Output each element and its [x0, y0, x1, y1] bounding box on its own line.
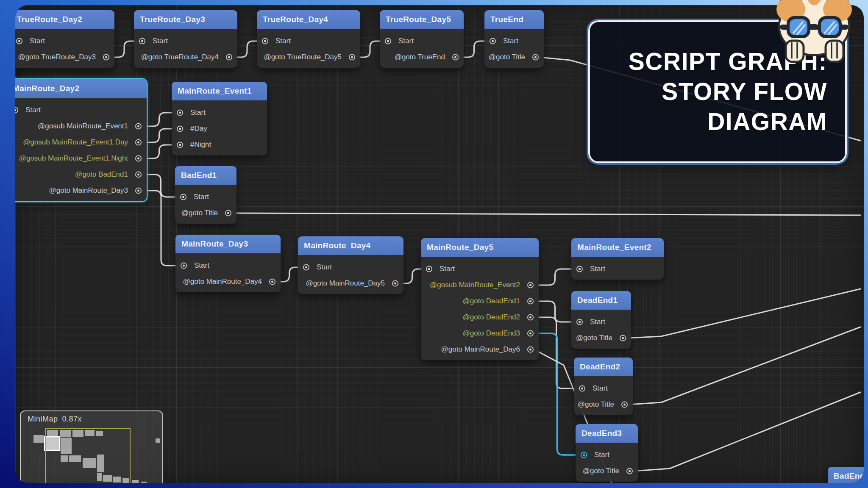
port-label: @gosub MainRoute_Event2	[430, 281, 520, 289]
input-port-icon[interactable]	[177, 126, 183, 132]
input-port-icon[interactable]	[579, 385, 585, 392]
node-MainRoute_Event1[interactable]: MainRoute_Event1Start#Day#Night	[172, 82, 267, 155]
node-TrueRoute_Day2[interactable]: TrueRoute_Day2Start@goto TrueRoute_Day3	[15, 10, 114, 68]
output-port-icon[interactable]	[135, 123, 142, 130]
port-label: @goto DeadEnd2	[463, 313, 520, 321]
port-label: Start	[194, 193, 209, 201]
node-port-rows: Start@goto TrueEnd	[380, 29, 464, 68]
port-label: Start	[30, 37, 45, 45]
input-port-icon[interactable]	[177, 110, 183, 116]
port-label: @goto MainRoute_Day4	[183, 277, 262, 286]
edge-wire[interactable]	[633, 392, 860, 471]
output-port-icon[interactable]	[527, 298, 534, 305]
minimap-node-block	[61, 455, 68, 462]
port-row: Start	[134, 33, 237, 49]
node-title: BadEnd1	[175, 166, 236, 185]
edge-wire[interactable]	[232, 213, 860, 215]
input-port-icon[interactable]	[303, 264, 309, 271]
input-port-icon[interactable]	[181, 263, 187, 269]
node-port-rows: Start@gosub MainRoute_Event2@goto DeadEn…	[421, 257, 539, 360]
port-row: @goto BadEnd1	[15, 166, 147, 183]
minimap-node-block	[132, 480, 139, 483]
node-MainRoute_Day5[interactable]: MainRoute_Day5Start@gosub MainRoute_Even…	[421, 238, 539, 360]
title-overlay: SCRIPT GRAPH: STORY FLOW DIAGRAM	[588, 20, 847, 163]
input-port-icon[interactable]	[385, 38, 391, 44]
edge-wire[interactable]	[534, 333, 580, 455]
node-MainRoute_Day3[interactable]: MainRoute_Day3Start@goto MainRoute_Day4	[175, 235, 281, 292]
port-row: Start	[484, 33, 544, 49]
minimap-selected-node-block	[45, 437, 60, 450]
minimap-node-block	[83, 458, 96, 468]
node-TrueRoute_Day3[interactable]: TrueRoute_Day3Start@goto TrueRoute_Day4	[134, 10, 237, 68]
input-port-icon[interactable]	[426, 266, 432, 272]
output-port-icon[interactable]	[349, 54, 355, 61]
output-port-icon[interactable]	[621, 402, 628, 408]
edge-wire[interactable]	[628, 327, 860, 405]
node-DeadEnd3[interactable]: DeadEnd3Start@goto Title	[576, 424, 638, 482]
node-BadEnd2[interactable]: BadEnd2	[828, 467, 864, 483]
output-port-icon[interactable]	[269, 279, 275, 285]
port-label: Start	[440, 265, 455, 273]
output-port-icon[interactable]	[103, 54, 109, 61]
output-port-icon[interactable]	[135, 188, 142, 194]
edge-wire[interactable]	[534, 269, 576, 285]
node-TrueRoute_Day4[interactable]: TrueRoute_Day4Start@goto TrueRoute_Day5	[257, 10, 360, 68]
output-port-icon[interactable]	[135, 155, 142, 162]
node-title: TrueRoute_Day2	[15, 10, 114, 29]
port-row: @goto DeadEnd2	[421, 309, 539, 325]
input-port-icon[interactable]	[180, 194, 186, 200]
port-label: @goto Title	[181, 209, 218, 217]
edge-wire[interactable]	[626, 289, 860, 338]
node-title: TrueRoute_Day4	[257, 10, 360, 29]
edge-wire[interactable]	[142, 113, 176, 126]
input-port-icon[interactable]	[490, 38, 496, 44]
node-MainRoute_Day2[interactable]: MainRoute_Day2Start@gosub MainRoute_Even…	[15, 79, 147, 201]
output-port-icon[interactable]	[527, 347, 534, 353]
port-label: @goto BadEnd1	[75, 170, 128, 178]
port-row: Start	[175, 258, 281, 274]
output-port-icon[interactable]	[527, 282, 534, 288]
input-port-icon[interactable]	[262, 38, 268, 44]
node-port-rows: Start@goto Title	[574, 376, 633, 415]
minimap-label: MiniMap0.87x	[28, 415, 86, 424]
node-title: MainRoute_Event2	[571, 238, 664, 257]
output-port-icon[interactable]	[225, 210, 231, 216]
port-label: Start	[398, 37, 414, 45]
input-port-icon[interactable]	[581, 452, 587, 458]
edge-wire[interactable]	[142, 145, 176, 158]
node-TrueRoute_Day5[interactable]: TrueRoute_Day5Start@goto TrueEnd	[380, 10, 464, 68]
output-port-icon[interactable]	[527, 314, 534, 321]
output-port-icon[interactable]	[452, 54, 459, 61]
output-port-icon[interactable]	[135, 139, 142, 146]
edge-wire[interactable]	[142, 129, 176, 142]
edge-wire[interactable]	[142, 191, 180, 266]
node-DeadEnd2[interactable]: DeadEnd2Start@goto Title	[574, 358, 633, 415]
output-port-icon[interactable]	[626, 468, 633, 474]
port-row: @goto TrueRoute_Day3	[15, 49, 114, 65]
graph-canvas[interactable]: TrueRoute_Day2Start@goto TrueRoute_Day3T…	[15, 5, 864, 483]
output-port-icon[interactable]	[392, 280, 398, 287]
output-port-icon[interactable]	[135, 172, 142, 178]
output-port-icon[interactable]	[620, 335, 626, 341]
input-port-icon[interactable]	[16, 38, 22, 44]
port-row: Start	[571, 261, 664, 277]
input-port-icon[interactable]	[576, 266, 583, 272]
input-port-icon[interactable]	[15, 107, 18, 114]
node-TrueEnd[interactable]: TrueEndStart@goto Title	[484, 10, 544, 68]
minimap-title: MiniMap	[28, 415, 58, 423]
port-row: @gosub MainRoute_Event1.Night	[15, 150, 147, 166]
input-port-icon[interactable]	[139, 38, 145, 44]
node-DeadEnd1[interactable]: DeadEnd1Start@goto Title	[571, 291, 631, 349]
node-BadEnd1[interactable]: BadEnd1Start@goto Title	[175, 166, 236, 224]
output-port-icon[interactable]	[532, 54, 539, 61]
output-port-icon[interactable]	[527, 330, 534, 337]
node-MainRoute_Day4[interactable]: MainRoute_Day4Start@goto MainRoute_Day5	[298, 236, 403, 294]
node-MainRoute_Event2[interactable]: MainRoute_Event2Start	[571, 238, 664, 280]
minimap[interactable]: MiniMap0.87x	[20, 410, 163, 483]
output-port-icon[interactable]	[226, 54, 232, 61]
input-port-icon[interactable]	[576, 319, 583, 325]
input-port-icon[interactable]	[177, 142, 183, 148]
minimap-node-block	[60, 430, 71, 437]
node-title: DeadEnd2	[574, 358, 633, 376]
port-row: @goto TrueRoute_Day4	[134, 49, 237, 65]
